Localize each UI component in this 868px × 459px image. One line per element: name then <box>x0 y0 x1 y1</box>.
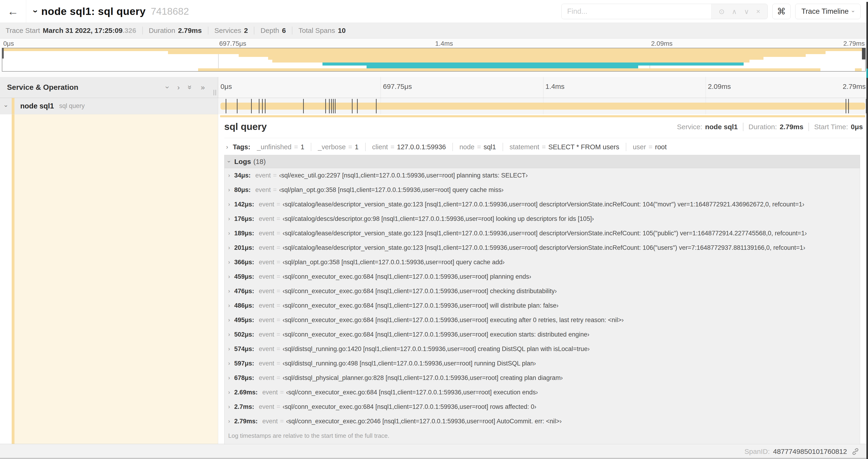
log-expand-icon[interactable]: › <box>228 317 230 323</box>
log-expand-icon[interactable]: › <box>228 346 230 352</box>
collapse-one-icon[interactable]: › <box>163 86 172 89</box>
next-result-icon[interactable]: ∨ <box>744 7 749 15</box>
log-entry[interactable]: ›366μs:event=‹sql/plan_opt.go:358 [nsql1… <box>224 255 860 269</box>
span-track[interactable] <box>218 98 868 114</box>
log-entry[interactable]: ›2.69ms:event=‹sql/conn_executor_exec.go… <box>224 385 860 399</box>
log-equals: = <box>277 346 280 353</box>
log-entry[interactable]: ›34μs:event=‹sql/exec_util.go:2297 [nsql… <box>224 168 860 183</box>
tag-equals: = <box>542 143 546 151</box>
view-selector-button[interactable]: Trace Timeline › <box>795 4 861 19</box>
separator <box>142 27 143 35</box>
log-entry[interactable]: ›142μs:event=‹sql/catalog/lease/descript… <box>224 197 860 211</box>
expand-one-icon[interactable]: › <box>177 83 180 92</box>
trace-header: ← › node sql1: sql query 7418682 ⊙∧∨× ⌘ … <box>0 0 868 23</box>
back-button[interactable]: ← <box>0 0 26 23</box>
log-entry[interactable]: ›574μs:event=‹sql/distsql_running.go:142… <box>224 342 860 356</box>
minimap-span-row <box>2 57 865 60</box>
log-equals: = <box>277 259 280 266</box>
log-entry[interactable]: ›189μs:event=‹sql/catalog/lease/descript… <box>224 226 860 240</box>
span-detail-panel: sql query Service:node sql1Duration:2.79… <box>218 114 868 444</box>
log-entry[interactable]: ›502μs:event=‹sql/conn_executor_exec.go:… <box>224 327 860 342</box>
log-expand-icon[interactable]: › <box>228 418 230 424</box>
prev-result-icon[interactable]: ∧ <box>732 7 737 15</box>
summary-value: 10 <box>338 27 346 34</box>
log-expand-icon[interactable]: › <box>228 404 230 410</box>
log-field-key: event <box>255 172 271 179</box>
log-expand-icon[interactable]: › <box>228 187 230 193</box>
collapse-all-icon[interactable]: » <box>186 85 195 90</box>
locate-icon[interactable]: ⊙ <box>719 7 724 15</box>
tag-value: sql1 <box>484 143 496 151</box>
separator <box>365 143 366 151</box>
separator <box>292 27 292 35</box>
log-expand-icon[interactable]: › <box>228 288 230 294</box>
log-entry[interactable]: ›486μs:event=‹sql/conn_executor_exec.go:… <box>224 298 860 313</box>
tag-value: 1 <box>355 143 359 151</box>
logs-box: › Logs (18) ›34μs:event=‹sql/exec_util.g… <box>224 155 860 444</box>
summary-value: March 31 2022, 17:25:09.326 <box>43 27 136 34</box>
log-entry[interactable]: ›201μs:event=‹sql/catalog/lease/descript… <box>224 240 860 255</box>
log-entry[interactable]: ›2.79ms:event=‹sql/conn_executor_exec.go… <box>224 414 860 428</box>
log-entry[interactable]: ›495μs:event=‹sql/conn_executor_exec.go:… <box>224 313 860 327</box>
find-input[interactable] <box>562 4 711 19</box>
deep-link-icon[interactable] <box>851 447 860 456</box>
minimap-span-bar <box>855 68 862 71</box>
minimap-canvas[interactable] <box>2 48 866 72</box>
tags-expand-icon[interactable]: › <box>226 143 228 151</box>
log-entry[interactable]: ›476μs:event=‹sql/conn_executor_exec.go:… <box>224 284 860 298</box>
log-expand-icon[interactable]: › <box>228 375 230 381</box>
log-marker-tick <box>262 99 263 113</box>
log-expand-icon[interactable]: › <box>228 259 230 265</box>
expand-all-icon[interactable]: » <box>201 83 205 92</box>
log-entry[interactable]: ›678μs:event=‹sql/distsql_physical_plann… <box>224 371 860 385</box>
span-name-cell[interactable]: › node sql1 sql query <box>0 98 218 114</box>
log-expand-icon[interactable]: › <box>228 273 230 280</box>
log-field-key: event <box>262 389 278 396</box>
log-marker-tick <box>357 99 358 113</box>
tag-item[interactable]: _verbose=1 <box>318 143 359 151</box>
tag-item[interactable]: client=127.0.0.1:59936 <box>372 143 446 151</box>
minimap-right-drag-handle[interactable] <box>862 48 866 60</box>
span-duration-bar[interactable] <box>220 103 865 110</box>
tag-item[interactable]: node=sql1 <box>459 143 496 151</box>
minimap-left-drag-handle[interactable] <box>2 48 4 59</box>
log-entry[interactable]: ›80μs:event=‹sql/plan_opt.go:358 [nsql1,… <box>224 183 860 197</box>
log-field-value: ‹sql/conn_executor_exec.go:2046 [nsql1,c… <box>286 418 562 425</box>
span-detail-section: sql query Service:node sql1Duration:2.79… <box>0 114 868 444</box>
log-expand-icon[interactable]: › <box>228 389 230 396</box>
clear-search-icon[interactable]: × <box>756 7 761 15</box>
log-expand-icon[interactable]: › <box>228 302 230 309</box>
log-entry[interactable]: ›2.7ms:event=‹sql/conn_executor_exec.go:… <box>224 399 860 414</box>
summary-item: Duration2.79ms <box>149 27 202 35</box>
log-marker-tick <box>335 99 336 113</box>
log-expand-icon[interactable]: › <box>228 230 230 236</box>
window-scrollbar[interactable] <box>866 2 868 459</box>
service-operation-header: Service & Operation ››»» <box>0 77 218 98</box>
logs-header[interactable]: › Logs (18) <box>224 155 860 168</box>
log-expand-icon[interactable]: › <box>228 172 230 179</box>
back-arrow-icon: ← <box>7 5 19 18</box>
tags-row[interactable]: › Tags: _unfinished=1_verbose=1client=12… <box>224 143 863 151</box>
log-timestamp: 502μs: <box>234 331 254 338</box>
logs-collapse-icon[interactable]: › <box>226 161 232 163</box>
log-expand-icon[interactable]: › <box>228 201 230 207</box>
log-field-value: ‹sql/conn_executor_exec.go:684 [nsql1,cl… <box>283 403 536 411</box>
log-entry[interactable]: ›597μs:event=‹sql/distsql_running.go:498… <box>224 356 860 371</box>
log-expand-icon[interactable]: › <box>228 245 230 251</box>
log-expand-icon[interactable]: › <box>228 216 230 222</box>
tag-item[interactable]: _unfinished=1 <box>257 143 304 151</box>
column-resizer[interactable] <box>214 90 216 95</box>
tag-value: 1 <box>301 143 304 151</box>
log-entry[interactable]: ›459μs:event=‹sql/conn_executor_exec.go:… <box>224 269 860 284</box>
detail-footer: SpanID: 4877749850101760812 <box>0 444 868 459</box>
log-entry[interactable]: ›176μs:event=‹sql/catalog/descs/descript… <box>224 211 860 226</box>
log-expand-icon[interactable]: › <box>228 331 230 338</box>
log-expand-icon[interactable]: › <box>228 360 230 367</box>
tag-item[interactable]: statement=SELECT * FROM users <box>509 143 619 151</box>
keyboard-shortcuts-button[interactable]: ⌘ <box>772 4 790 19</box>
tag-item[interactable]: user=root <box>633 143 666 151</box>
trace-collapse-icon[interactable]: › <box>31 10 40 13</box>
tag-equals: = <box>391 143 394 151</box>
span-collapse-icon[interactable]: › <box>3 105 10 107</box>
ruler-tick-label: 697.75μs <box>383 83 412 91</box>
